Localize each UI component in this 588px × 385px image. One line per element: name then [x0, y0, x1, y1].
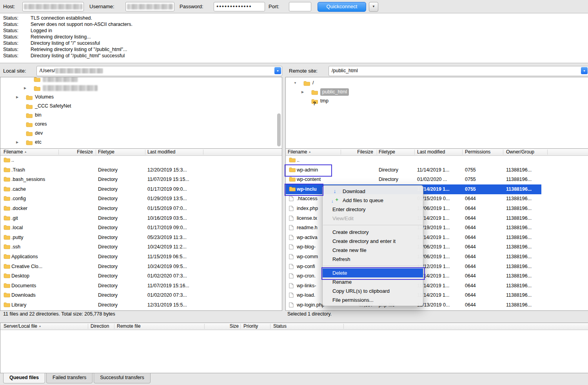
column-resize-handle[interactable]	[96, 150, 96, 155]
queue-tabs: Queued filesFailed transfersSuccessful t…	[3, 373, 151, 383]
file-row-applications[interactable]: ApplicationsDirectory11/15/2019 06:5...	[0, 252, 282, 262]
remote-site-path-combo[interactable]: /public_html ▼	[328, 66, 588, 76]
file-row-creative-clo[interactable]: Creative Clo...Directory10/24/2019 09:5.…	[0, 262, 282, 272]
menu-item-create-directory-and-enter-it[interactable]: Create directory and enter it	[323, 237, 423, 246]
column-resize-handle[interactable]	[341, 150, 341, 155]
password-input[interactable]: ●●●●●●●●●●●●●	[214, 2, 265, 11]
column-resize-handle[interactable]	[462, 150, 463, 155]
username-input[interactable]	[125, 2, 174, 11]
file-row-trash[interactable]: .TrashDirectory12/20/2019 15:3...	[0, 165, 282, 175]
file-row-desktop[interactable]: DesktopDirectory01/02/2020 07:3...	[0, 271, 282, 281]
tree-item-public-html[interactable]: ▶public_html	[286, 88, 588, 97]
file-row-wp-admin[interactable]: wp-adminDirectory11/14/2019 1...07551138…	[286, 165, 588, 175]
tree-item-ccc-safetynet[interactable]: _CCC SafetyNet	[0, 102, 282, 111]
menu-item-create-new-file[interactable]: Create new file	[323, 246, 423, 255]
column-header-permissions[interactable]: Permissions	[465, 149, 499, 155]
remote-combo-dropdown-button[interactable]: ▼	[581, 67, 588, 74]
menu-item-copy-url-s-to-clipboard[interactable]: Copy URL(s) to clipboard	[323, 286, 423, 296]
cell-type: Directory	[98, 252, 144, 262]
column-resize-handle[interactable]	[547, 150, 548, 155]
column-header-filesize[interactable]: Filesize	[342, 149, 373, 155]
tree-item-blurred[interactable]	[0, 77, 282, 84]
menu-item-delete[interactable]: Delete	[323, 268, 423, 277]
cell-perms: 0644	[465, 290, 488, 300]
file-row-wp-content[interactable]: wp-contentDirectory01/02/2020 ...0755113…	[286, 175, 588, 184]
column-resize-handle[interactable]	[414, 150, 415, 155]
menu-item-rename[interactable]: Rename	[323, 277, 423, 286]
tree-item-bin[interactable]: bin	[0, 111, 282, 120]
column-resize-handle[interactable]	[343, 324, 344, 329]
quickconnect-button[interactable]: Quickconnect	[318, 2, 366, 12]
log-status-prefix: Status:	[0, 46, 31, 53]
local-combo-dropdown-button[interactable]: ▼	[274, 67, 281, 74]
file-row-downloads[interactable]: DownloadsDirectory01/02/2020 07:3...	[0, 290, 282, 300]
column-resize-handle[interactable]	[203, 150, 203, 155]
port-input[interactable]	[289, 2, 311, 11]
cell-modified: 11/14/2019 1...	[417, 184, 463, 194]
column-header-last-modified[interactable]: Last modified	[147, 149, 201, 155]
host-input[interactable]	[22, 2, 84, 11]
column-header-filename[interactable]: Filename ▲	[4, 149, 54, 155]
tree-item-item[interactable]: ▼/	[286, 78, 588, 88]
tab-failed-transfers[interactable]: Failed transfers	[46, 373, 93, 383]
tree-item-cores[interactable]: cores	[0, 120, 282, 129]
menu-item-add-files-to-queue[interactable]: ↓+Add files to queue	[323, 196, 423, 205]
column-resize-handle[interactable]	[204, 324, 205, 329]
column-header-filename[interactable]: Filename ▲	[288, 149, 338, 155]
column-header-last-modified[interactable]: Last modified	[417, 149, 461, 155]
cell-perms: 0644	[465, 213, 488, 223]
file-row-cache[interactable]: .cacheDirectory01/17/2019 09:0...	[0, 184, 282, 194]
file-row-docker[interactable]: .dockerDirectory01/15/2019 07:0...	[0, 204, 282, 213]
file-row-putty[interactable]: .puttyDirectory05/23/2019 11:3...	[0, 233, 282, 243]
file-row-item[interactable]: ..	[0, 155, 282, 165]
file-row-git[interactable]: .gitDirectory10/16/2019 03:5...	[0, 213, 282, 223]
quickconnect-dropdown-button[interactable]: ▼	[369, 2, 378, 12]
local-site-path-combo[interactable]: /Users/ ▼	[36, 66, 282, 76]
column-header-server-local-file[interactable]: Server/Local file ▲	[4, 323, 86, 330]
disclosure-triangle-icon[interactable]: ▶	[16, 93, 18, 102]
column-header-filesize[interactable]: Filesize	[59, 149, 93, 155]
tab-queued-files[interactable]: Queued files	[3, 373, 45, 383]
file-row-item[interactable]: ..	[286, 155, 588, 165]
column-header-direction[interactable]: Direction	[91, 323, 113, 330]
tree-item-dev[interactable]: dev	[0, 129, 282, 138]
menu-item-download[interactable]: ↓Download	[323, 187, 423, 196]
column-resize-handle[interactable]	[58, 150, 59, 155]
column-header-size[interactable]: Size	[212, 323, 239, 330]
column-header-filetype[interactable]: Filetype	[98, 149, 142, 155]
chevron-down-icon: ▼	[276, 69, 279, 72]
menu-item-file-permissions[interactable]: File permissions...	[323, 296, 423, 305]
menu-item-enter-directory[interactable]: Enter directory	[323, 205, 423, 214]
column-resize-handle[interactable]	[114, 324, 114, 329]
column-resize-handle[interactable]	[88, 324, 88, 329]
disclosure-triangle-icon[interactable]: ▶	[24, 84, 26, 93]
tree-item-tmp[interactable]: ?tmp	[286, 97, 588, 106]
menu-item-refresh[interactable]: Refresh	[323, 255, 423, 264]
file-row-config[interactable]: .configDirectory01/29/2019 13:5...	[0, 194, 282, 204]
column-header-filetype[interactable]: Filetype	[379, 149, 413, 155]
tab-successful-transfers[interactable]: Successful transfers	[94, 373, 151, 383]
column-resize-handle[interactable]	[377, 150, 377, 155]
disclosure-triangle-icon[interactable]: ▶	[16, 138, 18, 147]
column-header-remote-file[interactable]: Remote file	[117, 323, 202, 330]
column-resize-handle[interactable]	[503, 150, 503, 155]
file-row-local[interactable]: .localDirectory01/17/2019 09:0...	[0, 223, 282, 233]
file-row-library[interactable]: LibraryDirectory12/31/2019 15:5...	[0, 300, 282, 310]
tree-item-volumes[interactable]: ▶Volumes	[0, 93, 282, 102]
tree-item-etc[interactable]: ▶etc	[0, 138, 282, 147]
column-resize-handle[interactable]	[145, 150, 145, 155]
file-row-documents[interactable]: DocumentsDirectory11/07/2019 15:16...	[0, 281, 282, 291]
column-header-owner-group[interactable]: Owner/Group	[506, 149, 545, 155]
column-header-priority[interactable]: Priority	[243, 323, 268, 330]
column-header-status[interactable]: Status	[273, 323, 341, 330]
cell-modified: 11/14/2019 1...	[417, 281, 463, 291]
file-row-ssh[interactable]: .sshDirectory10/24/2019 11:2...	[0, 242, 282, 252]
menu-item-create-directory[interactable]: Create directory	[323, 228, 423, 237]
column-resize-handle[interactable]	[270, 324, 270, 329]
column-resize-handle[interactable]	[240, 324, 241, 329]
file-row-bash-sessions[interactable]: .bash_sessionsDirectory11/07/2019 15:15.…	[0, 175, 282, 184]
remote-status-text: Selected 1 directory.	[287, 311, 332, 317]
tree-item-blurred[interactable]: ▶	[0, 84, 282, 93]
disclosure-triangle-icon[interactable]: ▼	[294, 78, 297, 88]
disclosure-triangle-icon[interactable]: ▶	[301, 88, 304, 97]
